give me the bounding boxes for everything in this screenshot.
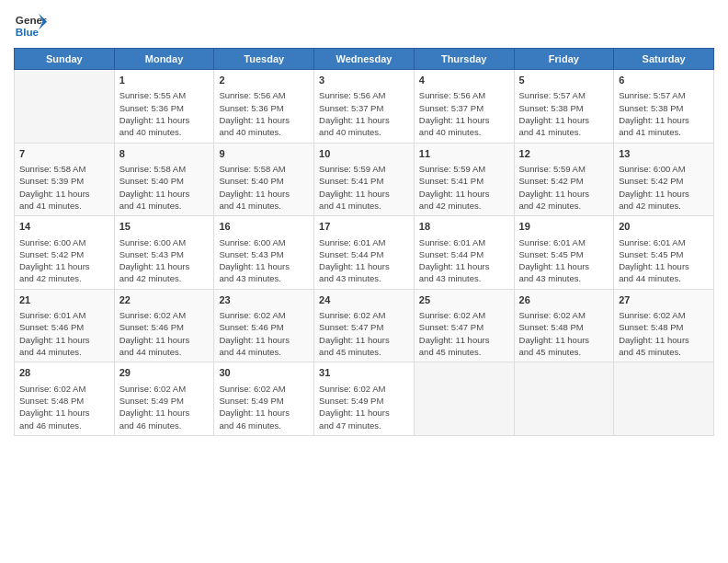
day-number: 27 [619, 293, 709, 307]
calendar-day-cell: 31Sunrise: 6:02 AMSunset: 5:49 PMDayligh… [314, 362, 415, 436]
day-number: 9 [219, 147, 309, 161]
calendar-day-cell: 5Sunrise: 5:57 AMSunset: 5:38 PMDaylight… [514, 70, 614, 144]
calendar-week-row: 28Sunrise: 6:02 AMSunset: 5:48 PMDayligh… [15, 362, 714, 436]
calendar-day-cell: 18Sunrise: 6:01 AMSunset: 5:44 PMDayligh… [414, 216, 514, 290]
day-info: Sunrise: 5:59 AMSunset: 5:41 PMDaylight:… [319, 163, 409, 212]
day-number: 24 [319, 293, 409, 307]
day-number: 26 [519, 293, 609, 307]
calendar-week-row: 7Sunrise: 5:58 AMSunset: 5:39 PMDaylight… [15, 143, 714, 216]
calendar-empty-cell [514, 362, 614, 436]
calendar-day-cell: 11Sunrise: 5:59 AMSunset: 5:41 PMDayligh… [414, 143, 514, 216]
day-info: Sunrise: 6:02 AMSunset: 5:46 PMDaylight:… [119, 309, 210, 358]
calendar-week-row: 14Sunrise: 6:00 AMSunset: 5:42 PMDayligh… [15, 216, 714, 290]
calendar-day-cell: 23Sunrise: 6:02 AMSunset: 5:46 PMDayligh… [214, 289, 314, 362]
day-info: Sunrise: 6:02 AMSunset: 5:47 PMDaylight:… [319, 309, 409, 358]
day-info: Sunrise: 5:58 AMSunset: 5:39 PMDaylight:… [19, 163, 109, 212]
day-info: Sunrise: 6:00 AMSunset: 5:42 PMDaylight:… [19, 236, 109, 285]
day-of-week-header: Friday [514, 49, 614, 70]
day-number: 13 [619, 147, 709, 161]
day-info: Sunrise: 5:55 AMSunset: 5:36 PMDaylight:… [119, 89, 210, 138]
day-info: Sunrise: 6:00 AMSunset: 5:42 PMDaylight:… [619, 163, 709, 212]
day-number: 17 [319, 220, 409, 234]
day-number: 29 [119, 366, 210, 380]
day-info: Sunrise: 5:56 AMSunset: 5:36 PMDaylight:… [219, 89, 309, 138]
day-info: Sunrise: 5:58 AMSunset: 5:40 PMDaylight:… [219, 163, 309, 212]
day-of-week-header: Monday [114, 49, 214, 70]
day-info: Sunrise: 5:59 AMSunset: 5:42 PMDaylight:… [519, 163, 609, 212]
day-number: 4 [419, 74, 509, 87]
day-of-week-header: Wednesday [314, 49, 415, 70]
day-of-week-header: Tuesday [214, 49, 314, 70]
calendar-day-cell: 16Sunrise: 6:00 AMSunset: 5:43 PMDayligh… [214, 216, 314, 290]
day-info: Sunrise: 6:01 AMSunset: 5:44 PMDaylight:… [419, 236, 509, 285]
calendar-day-cell: 6Sunrise: 5:57 AMSunset: 5:38 PMDaylight… [614, 70, 714, 144]
day-number: 21 [19, 293, 109, 307]
calendar-day-cell: 21Sunrise: 6:01 AMSunset: 5:46 PMDayligh… [15, 289, 115, 362]
day-number: 28 [19, 366, 109, 380]
calendar-day-cell: 3Sunrise: 5:56 AMSunset: 5:37 PMDaylight… [314, 70, 415, 144]
day-info: Sunrise: 6:02 AMSunset: 5:48 PMDaylight:… [19, 383, 109, 431]
day-number: 8 [119, 147, 210, 161]
calendar-day-cell: 24Sunrise: 6:02 AMSunset: 5:47 PMDayligh… [314, 289, 415, 362]
day-number: 10 [319, 147, 409, 161]
day-number: 1 [119, 74, 210, 87]
day-number: 19 [519, 220, 609, 234]
calendar-day-cell: 27Sunrise: 6:02 AMSunset: 5:48 PMDayligh… [614, 289, 714, 362]
day-number: 16 [219, 220, 309, 234]
day-info: Sunrise: 6:02 AMSunset: 5:48 PMDaylight:… [619, 309, 709, 358]
logo: General Blue [14, 9, 47, 42]
day-info: Sunrise: 6:02 AMSunset: 5:46 PMDaylight:… [219, 309, 309, 358]
day-info: Sunrise: 6:01 AMSunset: 5:44 PMDaylight:… [319, 236, 409, 285]
day-info: Sunrise: 6:01 AMSunset: 5:45 PMDaylight:… [519, 236, 609, 285]
calendar-day-cell: 26Sunrise: 6:02 AMSunset: 5:48 PMDayligh… [514, 289, 614, 362]
calendar-day-cell: 17Sunrise: 6:01 AMSunset: 5:44 PMDayligh… [314, 216, 415, 290]
day-info: Sunrise: 6:02 AMSunset: 5:47 PMDaylight:… [419, 309, 509, 358]
day-info: Sunrise: 6:01 AMSunset: 5:46 PMDaylight:… [19, 309, 109, 358]
day-info: Sunrise: 5:59 AMSunset: 5:41 PMDaylight:… [419, 163, 509, 212]
day-number: 18 [419, 220, 509, 234]
day-info: Sunrise: 5:57 AMSunset: 5:38 PMDaylight:… [619, 89, 709, 138]
day-info: Sunrise: 5:56 AMSunset: 5:37 PMDaylight:… [419, 89, 509, 138]
calendar-empty-cell [614, 362, 714, 436]
day-info: Sunrise: 6:00 AMSunset: 5:43 PMDaylight:… [219, 236, 309, 285]
day-number: 2 [219, 74, 309, 87]
calendar-week-row: 21Sunrise: 6:01 AMSunset: 5:46 PMDayligh… [15, 289, 714, 362]
calendar-day-cell: 8Sunrise: 5:58 AMSunset: 5:40 PMDaylight… [114, 143, 214, 216]
calendar-day-cell: 15Sunrise: 6:00 AMSunset: 5:43 PMDayligh… [114, 216, 214, 290]
calendar-day-cell: 19Sunrise: 6:01 AMSunset: 5:45 PMDayligh… [514, 216, 614, 290]
day-number: 12 [519, 147, 609, 161]
day-number: 20 [619, 220, 709, 234]
day-info: Sunrise: 6:02 AMSunset: 5:49 PMDaylight:… [319, 383, 409, 431]
day-number: 11 [419, 147, 509, 161]
day-of-week-header: Thursday [414, 49, 514, 70]
calendar-day-cell: 1Sunrise: 5:55 AMSunset: 5:36 PMDaylight… [114, 70, 214, 144]
page-header: General Blue [14, 9, 714, 42]
day-info: Sunrise: 6:00 AMSunset: 5:43 PMDaylight:… [119, 236, 210, 285]
day-info: Sunrise: 5:57 AMSunset: 5:38 PMDaylight:… [519, 89, 609, 138]
calendar-week-row: 1Sunrise: 5:55 AMSunset: 5:36 PMDaylight… [15, 70, 714, 144]
day-number: 22 [119, 293, 210, 307]
day-of-week-header: Saturday [614, 49, 714, 70]
calendar-day-cell: 9Sunrise: 5:58 AMSunset: 5:40 PMDaylight… [214, 143, 314, 216]
calendar-empty-cell [414, 362, 514, 436]
day-number: 14 [19, 220, 109, 234]
calendar-empty-cell [15, 70, 115, 144]
calendar-day-cell: 12Sunrise: 5:59 AMSunset: 5:42 PMDayligh… [514, 143, 614, 216]
calendar-day-cell: 28Sunrise: 6:02 AMSunset: 5:48 PMDayligh… [15, 362, 115, 436]
logo-icon: General Blue [14, 9, 47, 42]
calendar-day-cell: 30Sunrise: 6:02 AMSunset: 5:49 PMDayligh… [214, 362, 314, 436]
day-info: Sunrise: 5:56 AMSunset: 5:37 PMDaylight:… [319, 89, 409, 138]
calendar-table: SundayMondayTuesdayWednesdayThursdayFrid… [14, 48, 714, 436]
calendar-day-cell: 10Sunrise: 5:59 AMSunset: 5:41 PMDayligh… [314, 143, 415, 216]
calendar-header-row: SundayMondayTuesdayWednesdayThursdayFrid… [15, 49, 714, 70]
day-number: 15 [119, 220, 210, 234]
day-info: Sunrise: 5:58 AMSunset: 5:40 PMDaylight:… [119, 163, 210, 212]
svg-text:Blue: Blue [16, 26, 40, 38]
calendar-day-cell: 14Sunrise: 6:00 AMSunset: 5:42 PMDayligh… [15, 216, 115, 290]
day-info: Sunrise: 6:02 AMSunset: 5:49 PMDaylight:… [119, 383, 210, 431]
calendar-day-cell: 25Sunrise: 6:02 AMSunset: 5:47 PMDayligh… [414, 289, 514, 362]
day-info: Sunrise: 6:02 AMSunset: 5:49 PMDaylight:… [219, 383, 309, 431]
calendar-day-cell: 20Sunrise: 6:01 AMSunset: 5:45 PMDayligh… [614, 216, 714, 290]
day-info: Sunrise: 6:02 AMSunset: 5:48 PMDaylight:… [519, 309, 609, 358]
day-number: 5 [519, 74, 609, 87]
